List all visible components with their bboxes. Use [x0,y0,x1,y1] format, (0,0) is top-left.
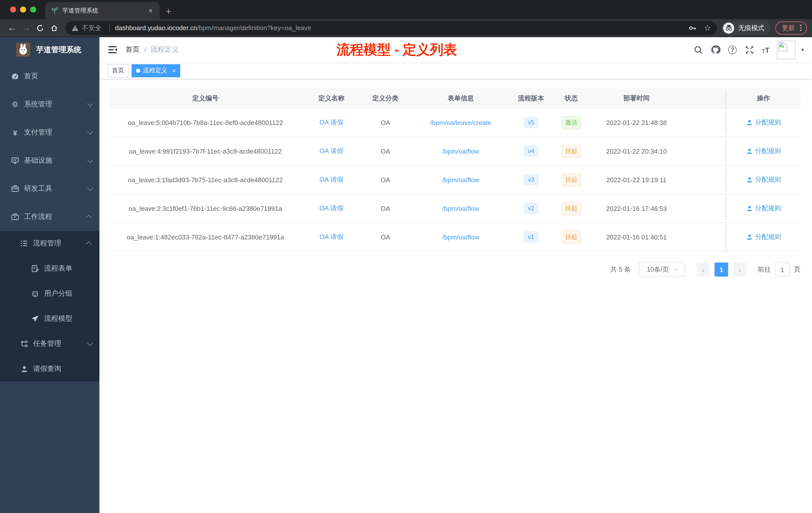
gear-icon: ⚙ [11,100,19,109]
url-bar[interactable]: 不安全 dashboard.yudao.iocoder.cn /bpm/mana… [65,21,717,35]
table-row: oa_leave:5:004b710b-7b8a-11ec-8ef0-acde4… [110,109,801,137]
not-secure-label[interactable]: 不安全 [82,23,102,32]
tag-label: 流程定义 [143,66,167,75]
assign-rule-link[interactable]: 分配规则 [746,118,781,127]
sidebar-item-process-manage[interactable]: 流程管理 [0,231,99,256]
table-row: oa_leave:2:3c1f0ef1-76b1-11ec-9c66-a2380… [110,194,801,223]
sidebar-item-leave-query[interactable]: 请假查询 [0,356,99,382]
search-icon[interactable] [693,45,703,55]
sidebar-item-process-form[interactable]: 流程表单 [0,256,99,281]
definition-category: OA [361,119,409,126]
caret-down-icon[interactable]: ▾ [801,47,804,53]
github-icon[interactable] [710,45,721,55]
prev-page-button[interactable]: ‹ [696,263,709,277]
user-avatar[interactable] [777,40,796,59]
deploy-time: 2022-01-22 21:48:38 [592,119,680,126]
sidebar-item-task-manage[interactable]: 任务管理 [0,331,99,356]
sidebar-item-workflow[interactable]: 工作流程 [0,203,99,231]
url-host: dashboard.yudao.iocoder.cn [115,24,197,32]
table-row: oa_leave:3:1fad3d93-7b75-11ec-a3c8-acde4… [110,165,801,194]
hamburger-icon[interactable] [108,45,117,55]
tag-close-icon[interactable]: × [172,67,176,74]
navbar-actions: ? TT ▾ [693,40,804,59]
definition-name-link[interactable]: OA 请假 [319,118,343,126]
url-path: /bpm/manager/definition?key=oa_leave [197,24,311,32]
status-badge: 挂起 [561,202,581,215]
tag-process-definition[interactable]: 流程定义 × [132,64,180,77]
font-size-icon[interactable]: TT [762,46,770,54]
tag-home[interactable]: 首页 [108,64,128,77]
table-header-row: 定义编号 定义名称 定义分类 表单信息 流程版本 状态 部署时间 操作 [110,88,801,109]
form-info-link[interactable]: /bpm/oa/flow [442,147,479,155]
chevron-down-icon [87,101,93,107]
sidebar-item-infra[interactable]: 基础设施 [0,147,99,175]
bookmark-star-icon[interactable]: ☆ [704,23,711,33]
sidebar-item-label: 流程管理 [33,239,87,248]
zoom-window-button[interactable] [30,6,36,12]
form-info-link[interactable]: /bpm/oa/flow [442,205,479,212]
chevron-down-icon [87,157,93,163]
goto-page-input[interactable] [775,263,790,277]
definition-category: OA [361,233,409,241]
form-info-link[interactable]: /bpm/oa/leave/create [430,119,491,126]
sidebar-item-payment[interactable]: ¥ 支付管理 [0,118,99,147]
definition-id: oa_leave:5:004b710b-7b8a-11ec-8ef0-acde4… [110,119,301,126]
sidebar-item-devtools[interactable]: 研发工具 [0,175,99,203]
robot-face-icon [31,290,39,298]
sidebar-item-user-group[interactable]: 用户分组 [0,281,99,306]
sidebar-item-home[interactable]: 首页 [0,62,99,90]
definition-name-link[interactable]: OA 请假 [319,233,343,240]
version-badge: v3 [524,174,538,185]
col-header-operation: 操作 [726,88,801,108]
status-badge: 挂起 [561,144,581,158]
goto-unit: 页 [794,265,801,274]
assign-rule-link[interactable]: 分配规则 [746,175,781,184]
page-size-value: 10条/页 [647,265,669,274]
current-page-button[interactable]: 1 [715,263,728,277]
password-key-icon[interactable] [688,24,697,32]
reload-icon[interactable] [33,21,47,35]
sidebar-item-label: 任务管理 [33,339,87,349]
fullscreen-icon[interactable] [744,45,754,55]
assign-rule-link[interactable]: 分配规则 [746,204,781,213]
form-info-link[interactable]: /bpm/oa/flow [442,233,479,241]
tab-close-icon[interactable]: × [147,6,155,14]
page-size-select[interactable]: 10条/页 [639,263,685,277]
version-badge: v1 [524,232,538,242]
sidebar-item-system[interactable]: ⚙ 系统管理 [0,90,99,118]
pagination: 共 5 条 10条/页 ‹ 1 › 前往 页 [110,263,801,277]
next-page-button[interactable]: › [733,263,746,277]
definition-id: oa_leave:1:482ec033-762a-11ec-8477-a2380… [110,233,301,241]
forward-icon[interactable]: → [19,21,33,35]
browser-update-button[interactable]: 更新 [775,21,807,34]
breadcrumb-current: 流程定义 [151,45,179,54]
deploy-time: 2022-01-22 20:34:10 [592,147,680,155]
sidebar-logo[interactable]: 芋道管理系统 [0,37,99,62]
breadcrumb-home[interactable]: 首页 [125,45,140,54]
definition-category: OA [361,147,409,155]
new-tab-icon[interactable]: + [166,6,171,17]
assign-rule-link[interactable]: 分配规则 [746,147,781,156]
close-window-button[interactable] [10,6,16,12]
form-info-link[interactable]: /bpm/oa/flow [442,176,479,183]
col-header: 表单信息 [409,94,512,103]
browser-menu-icon[interactable] [799,24,803,32]
definition-name-link[interactable]: OA 请假 [319,204,343,212]
help-icon[interactable]: ? [728,46,737,54]
definition-category: OA [361,205,409,212]
chevron-down-icon [87,185,93,191]
sidebar-item-label: 基础设施 [24,156,87,165]
minimize-window-button[interactable] [20,6,26,12]
back-icon[interactable]: ← [5,21,19,35]
home-icon[interactable] [47,21,61,35]
sidebar-item-process-model[interactable]: 流程模型 [0,306,99,331]
not-secure-warning-icon [71,24,79,31]
page-content: 定义编号 定义名称 定义分类 表单信息 流程版本 状态 部署时间 操作 oa_l… [99,79,812,513]
definition-name-link[interactable]: OA 请假 [319,176,343,183]
browser-toolbar: ← → 不安全 dashboard.yudao.iocoder.cn /bpm/… [0,19,812,37]
definition-name-link[interactable]: OA 请假 [319,147,343,155]
browser-tab[interactable]: 芋道管理系统 × [45,2,160,19]
assign-rule-link[interactable]: 分配规则 [746,233,781,241]
table-row: oa_leave:4:991f2193-7b7f-11ec-a3c8-acde4… [110,137,801,165]
toolbox-icon [11,185,19,193]
